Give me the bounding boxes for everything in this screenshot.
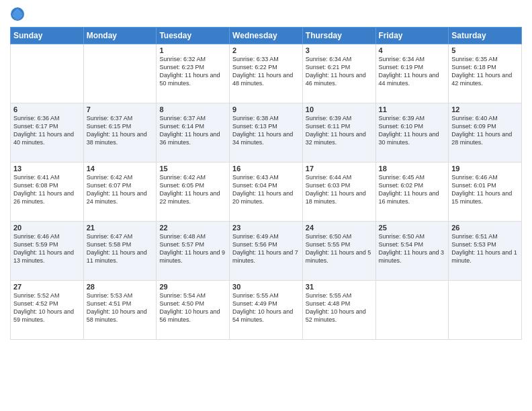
day-number: 26 (451, 224, 519, 232)
daylight-text: Daylight: 11 hours and 24 minutes. (87, 189, 154, 205)
sunset-text: Sunset: 6:14 PM (159, 122, 226, 130)
daylight-text: Daylight: 11 hours and 3 minutes. (379, 248, 446, 265)
calendar-cell (83, 44, 157, 103)
day-info: Sunrise: 6:33 AMSunset: 6:22 PMDaylight:… (232, 55, 300, 88)
day-number: 6 (13, 105, 81, 113)
daylight-text: Daylight: 11 hours and 20 minutes. (232, 189, 300, 205)
header-saturday: Saturday (449, 28, 522, 44)
calendar-cell: 11Sunrise: 6:39 AMSunset: 6:10 PMDayligh… (375, 103, 449, 163)
day-number: 14 (87, 165, 154, 173)
day-number: 18 (379, 165, 446, 173)
daylight-text: Daylight: 11 hours and 22 minutes. (159, 189, 226, 205)
daylight-text: Daylight: 11 hours and 16 minutes. (379, 189, 446, 205)
week-row-4: 20Sunrise: 6:46 AMSunset: 5:59 PMDayligh… (11, 222, 522, 281)
calendar-cell: 6Sunrise: 6:36 AMSunset: 6:17 PMDaylight… (11, 103, 84, 163)
daylight-text: Daylight: 11 hours and 46 minutes. (306, 71, 373, 87)
day-info: Sunrise: 6:39 AMSunset: 6:10 PMDaylight:… (379, 114, 446, 147)
day-info: Sunrise: 6:37 AMSunset: 6:15 PMDaylight:… (87, 114, 154, 147)
header-monday: Monday (83, 28, 157, 44)
day-number: 4 (379, 46, 446, 54)
day-number: 2 (232, 46, 300, 54)
sunrise-text: Sunrise: 6:33 AM (232, 55, 300, 63)
sunrise-text: Sunrise: 6:44 AM (306, 173, 373, 181)
daylight-text: Daylight: 11 hours and 5 minutes. (306, 248, 373, 265)
sunset-text: Sunset: 6:19 PM (379, 63, 446, 71)
calendar-cell (11, 44, 84, 103)
day-number: 30 (232, 283, 300, 291)
day-info: Sunrise: 6:47 AMSunset: 5:58 PMDaylight:… (87, 232, 154, 265)
sunset-text: Sunset: 4:51 PM (87, 300, 154, 308)
day-info: Sunrise: 6:34 AMSunset: 6:21 PMDaylight:… (306, 55, 373, 88)
sunrise-text: Sunrise: 6:50 AM (379, 232, 446, 240)
sunrise-text: Sunrise: 6:45 AM (379, 173, 446, 181)
sunset-text: Sunset: 6:17 PM (13, 122, 81, 130)
week-row-3: 13Sunrise: 6:41 AMSunset: 6:08 PMDayligh… (11, 163, 522, 222)
calendar-cell: 15Sunrise: 6:42 AMSunset: 6:05 PMDayligh… (157, 163, 230, 222)
day-info: Sunrise: 6:50 AMSunset: 5:55 PMDaylight:… (306, 232, 373, 265)
sunrise-text: Sunrise: 6:46 AM (451, 173, 519, 181)
calendar-cell: 12Sunrise: 6:40 AMSunset: 6:09 PMDayligh… (449, 103, 522, 163)
day-number: 10 (306, 105, 373, 113)
calendar-cell: 16Sunrise: 6:43 AMSunset: 6:04 PMDayligh… (230, 163, 303, 222)
calendar-cell: 29Sunrise: 5:54 AMSunset: 4:50 PMDayligh… (157, 281, 230, 340)
day-number: 17 (306, 165, 373, 173)
sunset-text: Sunset: 6:13 PM (232, 122, 300, 130)
calendar-cell: 14Sunrise: 6:42 AMSunset: 6:07 PMDayligh… (83, 163, 157, 222)
sunrise-text: Sunrise: 6:46 AM (13, 232, 81, 240)
calendar-cell: 1Sunrise: 6:32 AMSunset: 6:23 PMDaylight… (157, 44, 230, 103)
sunset-text: Sunset: 4:49 PM (232, 300, 300, 308)
sunset-text: Sunset: 6:09 PM (451, 122, 519, 130)
day-number: 7 (87, 105, 154, 113)
sunrise-text: Sunrise: 6:32 AM (159, 55, 226, 63)
sunset-text: Sunset: 6:07 PM (87, 181, 154, 189)
sunrise-text: Sunrise: 5:54 AM (159, 291, 226, 300)
day-info: Sunrise: 6:34 AMSunset: 6:19 PMDaylight:… (379, 55, 446, 88)
calendar-cell (449, 281, 522, 340)
day-number: 25 (379, 224, 446, 232)
day-number: 1 (159, 46, 226, 54)
day-info: Sunrise: 6:43 AMSunset: 6:04 PMDaylight:… (232, 173, 300, 206)
daylight-text: Daylight: 11 hours and 13 minutes. (13, 248, 81, 265)
logo-icon (10, 7, 25, 21)
sunset-text: Sunset: 4:48 PM (306, 300, 373, 308)
day-info: Sunrise: 6:35 AMSunset: 6:18 PMDaylight:… (451, 55, 519, 88)
daylight-text: Daylight: 11 hours and 36 minutes. (159, 130, 226, 146)
sunset-text: Sunset: 6:04 PM (232, 181, 300, 189)
calendar-cell: 30Sunrise: 5:55 AMSunset: 4:49 PMDayligh… (230, 281, 303, 340)
week-row-2: 6Sunrise: 6:36 AMSunset: 6:17 PMDaylight… (11, 103, 522, 163)
day-info: Sunrise: 5:55 AMSunset: 4:49 PMDaylight:… (232, 291, 300, 324)
sunset-text: Sunset: 5:57 PM (159, 240, 226, 248)
sunset-text: Sunset: 6:10 PM (379, 122, 446, 130)
day-number: 11 (379, 105, 446, 113)
day-number: 8 (159, 105, 226, 113)
day-info: Sunrise: 6:49 AMSunset: 5:56 PMDaylight:… (232, 232, 300, 265)
calendar-cell: 18Sunrise: 6:45 AMSunset: 6:02 PMDayligh… (375, 163, 449, 222)
calendar-cell: 3Sunrise: 6:34 AMSunset: 6:21 PMDaylight… (302, 44, 375, 103)
day-info: Sunrise: 6:41 AMSunset: 6:08 PMDaylight:… (13, 173, 81, 206)
day-info: Sunrise: 6:46 AMSunset: 5:59 PMDaylight:… (13, 232, 81, 265)
sunrise-text: Sunrise: 6:43 AM (232, 173, 300, 181)
daylight-text: Daylight: 11 hours and 48 minutes. (232, 71, 300, 87)
day-number: 20 (13, 224, 81, 232)
day-number: 5 (451, 46, 519, 54)
day-info: Sunrise: 6:48 AMSunset: 5:57 PMDaylight:… (159, 232, 226, 265)
day-number: 24 (306, 224, 373, 232)
sunset-text: Sunset: 5:56 PM (232, 240, 300, 248)
daylight-text: Daylight: 11 hours and 30 minutes. (379, 130, 446, 146)
daylight-text: Daylight: 10 hours and 58 minutes. (87, 308, 154, 324)
header (10, 7, 522, 21)
calendar-cell: 31Sunrise: 5:55 AMSunset: 4:48 PMDayligh… (302, 281, 375, 340)
calendar-cell: 17Sunrise: 6:44 AMSunset: 6:03 PMDayligh… (302, 163, 375, 222)
calendar-cell: 27Sunrise: 5:52 AMSunset: 4:52 PMDayligh… (11, 281, 84, 340)
calendar-cell: 4Sunrise: 6:34 AMSunset: 6:19 PMDaylight… (375, 44, 449, 103)
day-number: 19 (451, 165, 519, 173)
header-friday: Friday (375, 28, 449, 44)
calendar-cell: 25Sunrise: 6:50 AMSunset: 5:54 PMDayligh… (375, 222, 449, 281)
day-number: 31 (306, 283, 373, 291)
calendar-table: Sunday Monday Tuesday Wednesday Thursday… (10, 27, 522, 340)
day-number: 3 (306, 46, 373, 54)
day-number: 27 (13, 283, 81, 291)
week-row-5: 27Sunrise: 5:52 AMSunset: 4:52 PMDayligh… (11, 281, 522, 340)
sunset-text: Sunset: 6:08 PM (13, 181, 81, 189)
day-info: Sunrise: 5:55 AMSunset: 4:48 PMDaylight:… (306, 291, 373, 324)
